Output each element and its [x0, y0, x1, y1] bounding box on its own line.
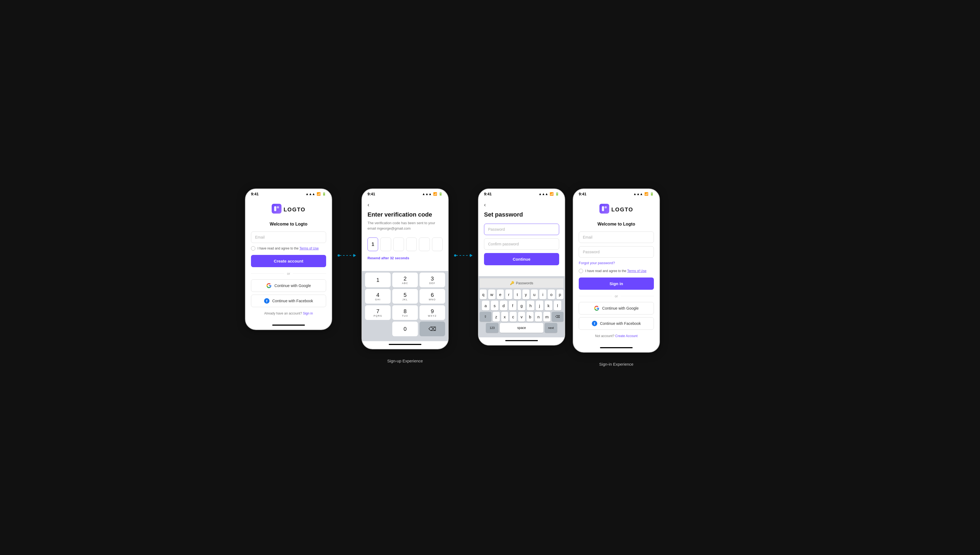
- key-f[interactable]: f: [509, 301, 516, 310]
- key-l[interactable]: l: [554, 301, 561, 310]
- home-indicator-4: [600, 347, 633, 348]
- key-t[interactable]: t: [514, 289, 521, 299]
- sign-in-link-1[interactable]: Sign in: [303, 311, 313, 315]
- key-i[interactable]: i: [539, 289, 546, 299]
- numbers-key[interactable]: 123: [486, 323, 498, 333]
- key-h[interactable]: h: [527, 301, 534, 310]
- verify-title: Enter verification code: [368, 211, 443, 218]
- otp-row: 1: [368, 237, 443, 251]
- time-2: 9:41: [368, 192, 375, 196]
- key-s[interactable]: s: [491, 301, 498, 310]
- continue-button[interactable]: Continue: [484, 253, 559, 265]
- otp-box-1[interactable]: 1: [368, 237, 378, 251]
- signal-icon-3: ▲▲▲: [538, 192, 548, 196]
- shift-key[interactable]: ⇧: [480, 312, 492, 322]
- key-8[interactable]: 8TUV: [392, 305, 418, 320]
- terms-link-1[interactable]: Terms of Use: [299, 247, 319, 250]
- facebook-button-1[interactable]: f Continue with Facebook: [251, 295, 326, 307]
- key-3[interactable]: 3DEF: [419, 273, 445, 287]
- numpad-row-4: 0 ⌫: [363, 322, 447, 336]
- key-n[interactable]: n: [535, 312, 542, 322]
- create-account-link[interactable]: Create Account: [615, 334, 638, 338]
- key-r[interactable]: r: [505, 289, 512, 299]
- key-4[interactable]: 4GHI: [365, 289, 390, 304]
- dot-1: [337, 254, 340, 257]
- home-indicator-1: [272, 324, 305, 326]
- battery-icon: 🔋: [322, 192, 326, 196]
- space-key[interactable]: space: [500, 323, 543, 333]
- back-button-3[interactable]: ‹: [484, 202, 486, 208]
- key-z[interactable]: z: [493, 312, 500, 322]
- confirm-password-input[interactable]: [484, 238, 559, 250]
- setpassword-content: ‹ Set password Continue: [479, 197, 565, 276]
- key-delete[interactable]: ⌫: [419, 322, 445, 336]
- key-0[interactable]: 0: [392, 322, 418, 336]
- key-y[interactable]: y: [522, 289, 530, 299]
- otp-box-4[interactable]: [406, 237, 417, 251]
- status-bar-2: 9:41 ▲▲▲ 📶 🔋: [362, 189, 448, 197]
- key-m[interactable]: m: [543, 312, 550, 322]
- keyboard-area: 🔑 Passwords q w e r t y u i o: [479, 276, 565, 337]
- numpad-row-2: 4GHI 5JKL 6MNO: [363, 289, 447, 304]
- password-input[interactable]: [484, 224, 559, 235]
- key-d[interactable]: d: [500, 301, 508, 310]
- logo-text-4: LOGTO: [611, 207, 633, 213]
- key-e[interactable]: e: [497, 289, 504, 299]
- back-button-2[interactable]: ‹: [368, 202, 370, 208]
- key-q[interactable]: q: [480, 289, 487, 299]
- signal-icon-4: ▲▲▲: [633, 192, 643, 196]
- key-icon: 🔑: [510, 281, 514, 285]
- key-9[interactable]: 9WXYZ: [419, 305, 445, 320]
- svg-rect-0: [274, 206, 276, 211]
- otp-box-6[interactable]: [432, 237, 443, 251]
- logo-area-4: LOGTO: [579, 204, 654, 215]
- key-g[interactable]: g: [518, 301, 525, 310]
- key-6[interactable]: 6MNO: [419, 289, 445, 304]
- sign-in-button[interactable]: Sign in: [579, 278, 654, 290]
- backspace-key[interactable]: ⌫: [552, 312, 564, 322]
- wifi-icon: 📶: [316, 192, 321, 196]
- otp-box-3[interactable]: [394, 237, 404, 251]
- keyboard-row-2: a s d f g h j k l: [480, 301, 564, 310]
- key-x[interactable]: x: [501, 312, 508, 322]
- register-content: LOGTO Welcome to Logto I have read and a…: [246, 197, 332, 322]
- google-button-4[interactable]: Continue with Google: [579, 302, 654, 314]
- arrow-2: [454, 189, 472, 257]
- terms-radio-4[interactable]: [579, 269, 583, 273]
- key-1[interactable]: 1: [365, 273, 390, 287]
- email-input-1[interactable]: [251, 231, 326, 243]
- keyboard-row-4: 123 space next: [480, 323, 564, 333]
- create-account-button[interactable]: Create account: [251, 255, 326, 267]
- key-j[interactable]: j: [536, 301, 543, 310]
- key-v[interactable]: v: [518, 312, 525, 322]
- signal-icon: ▲▲▲: [305, 192, 315, 196]
- key-p[interactable]: p: [556, 289, 564, 299]
- key-c[interactable]: c: [509, 312, 517, 322]
- divider-4: or: [579, 294, 654, 298]
- key-u[interactable]: u: [531, 289, 538, 299]
- battery-icon-2: 🔋: [439, 192, 443, 196]
- forgot-password-link[interactable]: Forgot your password?: [579, 261, 654, 265]
- key-5[interactable]: 5JKL: [392, 289, 418, 304]
- key-k[interactable]: k: [545, 301, 552, 310]
- setpassword-title: Set password: [484, 211, 559, 218]
- facebook-button-4[interactable]: f Continue with Facebook: [579, 317, 654, 330]
- next-key[interactable]: next: [545, 323, 557, 333]
- google-button-1[interactable]: Continue with Google: [251, 279, 326, 292]
- key-2[interactable]: 2ABC: [392, 273, 418, 287]
- key-w[interactable]: w: [488, 289, 495, 299]
- otp-box-5[interactable]: [419, 237, 430, 251]
- key-b[interactable]: b: [527, 312, 533, 322]
- otp-box-2[interactable]: [380, 237, 391, 251]
- status-icons-1: ▲▲▲ 📶 🔋: [305, 192, 326, 196]
- terms-link-4[interactable]: Terms of Use: [627, 269, 646, 273]
- email-input-4[interactable]: [579, 231, 654, 243]
- wifi-icon-4: 📶: [644, 192, 648, 196]
- resend-text: Resend after 32 seconds: [368, 256, 443, 260]
- key-a[interactable]: a: [482, 301, 490, 310]
- key-o[interactable]: o: [548, 289, 555, 299]
- key-7[interactable]: 7PQRS: [365, 305, 390, 320]
- passwords-bar: 🔑 Passwords: [480, 278, 564, 288]
- password-input-4[interactable]: [579, 246, 654, 258]
- terms-radio-1[interactable]: [251, 246, 255, 250]
